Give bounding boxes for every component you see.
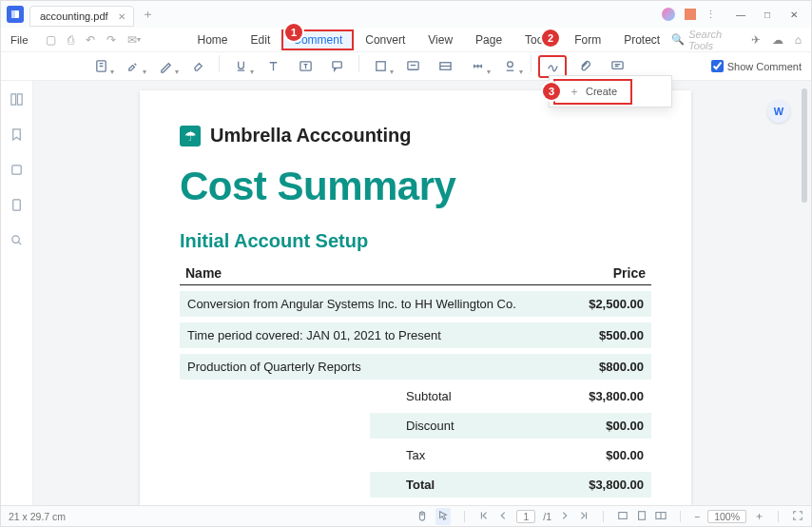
summary-row: Tax$00.00 xyxy=(370,442,651,468)
summary-row: Discount$00.00 xyxy=(370,413,651,439)
measure-tool[interactable]: ▾ xyxy=(463,55,492,78)
page-viewport[interactable]: W ☂ Umbrella Acccounting Cost Summary In… xyxy=(33,81,798,505)
document-tab[interactable]: accounting.pdf ✕ xyxy=(29,6,134,27)
bookmark-icon[interactable] xyxy=(10,127,24,146)
cell-name: Time period covered: JAN 01, 2021 to Pre… xyxy=(187,328,539,342)
svg-rect-12 xyxy=(12,166,21,174)
scrollbar-thumb[interactable] xyxy=(802,88,807,203)
vertical-scrollbar[interactable] xyxy=(798,81,811,505)
note-tool[interactable]: ▾ xyxy=(87,55,115,78)
comment-toolbar: ▾ ▾ ▾ ▾ ▾ ▾ ▾ Show Comment xyxy=(1,52,811,81)
home-return-icon[interactable]: ⌂ xyxy=(795,33,802,47)
svg-rect-4 xyxy=(332,62,340,68)
menu-page[interactable]: Page xyxy=(464,29,513,50)
mail-icon[interactable]: ✉▾ xyxy=(127,33,141,47)
zoom-out-icon[interactable]: − xyxy=(694,511,700,522)
minimize-button[interactable]: — xyxy=(727,4,754,25)
print-icon[interactable]: ⎙ xyxy=(68,33,74,47)
show-comment-toggle[interactable]: Show Comment xyxy=(711,60,802,72)
last-page-icon[interactable] xyxy=(578,510,590,523)
close-window-button[interactable]: ✕ xyxy=(781,4,807,25)
page-total: /1 xyxy=(543,511,551,522)
zoom-in-icon[interactable]: ＋ xyxy=(754,510,764,523)
pencil-tool[interactable]: ▾ xyxy=(151,55,180,78)
textbox-tool[interactable] xyxy=(291,55,319,78)
prev-page-icon[interactable] xyxy=(497,510,509,523)
fullscreen-icon[interactable] xyxy=(792,510,803,523)
fit-page-icon[interactable] xyxy=(636,510,648,523)
cell-name: Conversion from Angular Systems Inc. to … xyxy=(187,297,539,311)
document-page: ☂ Umbrella Acccounting Cost Summary Init… xyxy=(140,90,691,505)
eraser-tool[interactable] xyxy=(184,55,212,78)
menu-protect[interactable]: Protect xyxy=(612,29,671,50)
document-title: Cost Summary xyxy=(180,164,651,209)
menu-edit[interactable]: Edit xyxy=(240,29,282,50)
kebab-menu-icon[interactable]: ⋮ xyxy=(706,9,716,21)
zoom-level[interactable]: 100% xyxy=(707,510,746,523)
highlight-tool[interactable]: ▾ xyxy=(119,55,147,78)
signature-tool[interactable] xyxy=(538,55,567,78)
left-sidebar xyxy=(1,81,33,505)
brand-header: ☂ Umbrella Acccounting xyxy=(180,125,651,146)
cell-name: Production of Quarterly Reports xyxy=(187,360,539,374)
word-export-badge[interactable]: W xyxy=(767,100,790,123)
next-page-icon[interactable] xyxy=(559,510,570,523)
save-icon[interactable]: ▢ xyxy=(46,33,56,47)
shape-tool[interactable]: ▾ xyxy=(366,55,395,78)
search-tools[interactable]: Search Tools xyxy=(688,29,745,51)
app-logo-icon xyxy=(7,6,24,23)
redo-icon[interactable]: ↷ xyxy=(106,33,116,47)
plus-icon: ＋ xyxy=(569,84,580,100)
fit-width-icon[interactable] xyxy=(617,510,628,523)
select-tool-icon[interactable] xyxy=(435,508,451,525)
title-controls: ⋮ xyxy=(662,8,720,21)
undo-icon[interactable]: ↶ xyxy=(86,33,95,47)
menu-form[interactable]: Form xyxy=(563,29,612,50)
svg-rect-16 xyxy=(639,511,646,519)
file-menu[interactable]: File xyxy=(1,34,38,46)
signature-dropdown-panel: ＋ Create xyxy=(549,75,672,107)
callout-badge-2: 2 xyxy=(542,29,559,47)
new-tab-button[interactable]: ＋ xyxy=(142,6,154,23)
app-window: 1 2 3 accounting.pdf ✕ ＋ ⋮ — □ ✕ File ▢ … xyxy=(0,0,812,527)
first-page-icon[interactable] xyxy=(478,510,490,523)
section-heading: Initial Account Setup xyxy=(180,230,651,252)
statusbar: 21 x 29.7 cm 1 /1 − 100% ＋ xyxy=(1,505,811,526)
svg-rect-1 xyxy=(11,10,15,18)
show-comment-checkbox[interactable] xyxy=(711,60,724,72)
cloud-icon[interactable]: ☁ xyxy=(772,33,783,47)
hand-tool-icon[interactable] xyxy=(416,510,428,523)
table-row: Time period covered: JAN 01, 2021 to Pre… xyxy=(180,322,651,348)
close-tab-icon[interactable]: ✕ xyxy=(118,11,126,22)
comments-panel-tool[interactable] xyxy=(603,55,631,78)
cell-price: $2,500.00 xyxy=(539,297,644,311)
attachment-tool[interactable] xyxy=(570,55,599,78)
brand-name: Umbrella Acccounting xyxy=(210,125,412,146)
maximize-button[interactable]: □ xyxy=(754,4,781,25)
account-avatar-icon[interactable] xyxy=(662,8,675,21)
attachments-icon[interactable] xyxy=(10,198,24,216)
read-mode-icon[interactable] xyxy=(655,510,667,523)
search-panel-icon[interactable] xyxy=(10,233,24,251)
apps-icon[interactable] xyxy=(685,9,696,20)
layers-icon[interactable] xyxy=(10,163,24,181)
svg-rect-13 xyxy=(13,200,21,210)
area-highlight-tool[interactable] xyxy=(431,55,459,78)
menu-view[interactable]: View xyxy=(416,29,464,50)
create-signature-button[interactable]: ＋ Create xyxy=(553,79,632,105)
menu-convert[interactable]: Convert xyxy=(354,29,416,50)
menu-home[interactable]: Home xyxy=(186,29,240,50)
text-tool[interactable] xyxy=(259,55,287,78)
svg-point-8 xyxy=(507,62,512,68)
send-icon[interactable]: ✈ xyxy=(751,33,761,47)
stamp-tool[interactable]: ▾ xyxy=(495,55,524,78)
page-current[interactable]: 1 xyxy=(516,510,535,523)
thumbnails-icon[interactable] xyxy=(10,92,24,110)
text-comment-tool[interactable] xyxy=(398,55,427,78)
callout-tool[interactable] xyxy=(323,55,352,78)
underline-tool[interactable]: ▾ xyxy=(226,55,255,78)
table-row: Production of Quarterly Reports$800.00 xyxy=(180,354,651,380)
page-dimensions: 21 x 29.7 cm xyxy=(9,511,66,522)
callout-badge-3: 3 xyxy=(543,83,560,100)
workspace: W ☂ Umbrella Acccounting Cost Summary In… xyxy=(1,81,811,505)
